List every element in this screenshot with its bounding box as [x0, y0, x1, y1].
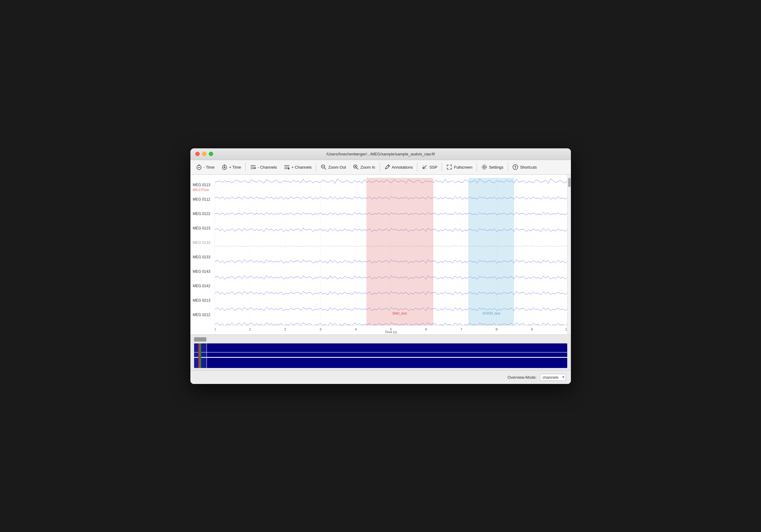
channel-label-meg0132[interactable]: MEG 0132: [190, 236, 215, 250]
window-title: /Users/hoechenberger/.../MEG/sample/samp…: [195, 152, 566, 156]
plus-channels-button[interactable]: + Channels: [281, 162, 315, 172]
plus-channels-label: + Channels: [291, 165, 312, 170]
zoom-in-label: Zoom In: [361, 165, 375, 170]
traffic-lights: [195, 152, 213, 156]
overview-canvas-container: [194, 343, 567, 368]
annotation-bad[interactable]: BAD_test: [366, 178, 433, 325]
signal-area[interactable]: MEG 0113 800.0 fT/cm MEG 0112 MEG 0122 M…: [190, 175, 571, 334]
fullscreen-icon: [446, 164, 452, 170]
annotation-good-label: GOOD_test: [468, 312, 514, 315]
fullscreen-button[interactable]: Fullscreen: [443, 162, 475, 172]
settings-button[interactable]: Settings: [478, 162, 506, 172]
zoom-out-button[interactable]: Zoom Out: [318, 162, 349, 172]
plus-time-label: + Time: [229, 165, 241, 170]
time-axis-title: Time (s): [215, 330, 567, 334]
separator-4: [417, 163, 417, 171]
overview-white-line: [194, 352, 567, 353]
zoom-in-button[interactable]: Zoom In: [350, 162, 379, 172]
channel-label-meg0122[interactable]: MEG 0122: [190, 207, 215, 221]
minus-channels-button[interactable]: - Channels: [247, 162, 280, 172]
minus-time-icon: [196, 164, 202, 170]
minus-time-label: - Time: [204, 165, 215, 170]
channel-label-meg0142[interactable]: MEG 0142: [190, 279, 215, 293]
channel-label-meg0143[interactable]: MEG 0143: [190, 265, 215, 279]
overview-bright-line: [194, 357, 567, 358]
overview-mode-select-wrapper[interactable]: channels time: [540, 374, 566, 381]
plus-channels-icon: [284, 164, 290, 170]
separator-6: [477, 163, 477, 171]
settings-icon: [481, 164, 487, 170]
channel-label-meg0113[interactable]: MEG 0113 800.0 fT/cm: [190, 178, 215, 192]
minus-channels-icon: [250, 164, 256, 170]
scrollbar[interactable]: [567, 175, 571, 334]
svg-line-21: [388, 165, 389, 166]
annotations-icon: [384, 164, 390, 170]
ssp-icon: [422, 164, 428, 170]
separator-5: [441, 163, 442, 171]
shortcuts-label: Shortcuts: [520, 165, 537, 170]
overview-handle[interactable]: [194, 337, 206, 341]
minus-channels-label: - Channels: [258, 165, 277, 170]
main-content: MEG 0113 800.0 fT/cm MEG 0112 MEG 0122 M…: [190, 175, 571, 384]
annotation-bad-label: BAD_test: [366, 312, 433, 315]
svg-line-16: [324, 168, 326, 170]
zoom-in-icon: [353, 164, 359, 170]
shortcuts-button[interactable]: ? Shortcuts: [509, 162, 540, 172]
zoom-out-icon: [321, 164, 327, 170]
waveform-container[interactable]: BAD_test GOOD_test: [215, 175, 567, 334]
close-button[interactable]: [195, 152, 200, 156]
overview-strip: [190, 334, 571, 371]
ssp-button[interactable]: SSP: [419, 162, 440, 172]
main-window: /Users/hoechenberger/.../MEG/sample/samp…: [190, 148, 571, 384]
svg-point-25: [483, 166, 485, 168]
svg-line-20: [357, 168, 358, 170]
channel-label-meg0212[interactable]: MEG 0212: [190, 308, 215, 322]
scrollbar-thumb[interactable]: [568, 178, 571, 187]
maximize-button[interactable]: [209, 152, 213, 156]
titlebar: /Users/hoechenberger/.../MEG/sample/samp…: [190, 148, 571, 160]
channel-label-meg0213[interactable]: MEG 0213: [190, 293, 215, 308]
separator-3: [380, 163, 380, 171]
overview-canvas[interactable]: [194, 343, 567, 368]
overview-mode-label: Overview-Mode:: [508, 375, 537, 380]
separator-7: [508, 163, 508, 171]
minimize-button[interactable]: [202, 152, 206, 156]
annotation-good[interactable]: GOOD_test: [468, 178, 514, 325]
channel-labels: MEG 0113 800.0 fT/cm MEG 0112 MEG 0122 M…: [190, 175, 215, 334]
zoom-out-label: Zoom Out: [328, 165, 346, 170]
channel-label-meg0123[interactable]: MEG 0123: [190, 221, 215, 236]
svg-text:?: ?: [514, 165, 516, 170]
plus-time-icon: [221, 164, 228, 170]
time-axis: 0 1 2 3 4 5 6 7 8 9 10 Time (s): [215, 325, 567, 334]
fullscreen-label: Fullscreen: [454, 165, 472, 170]
separator-2: [316, 163, 316, 171]
svg-point-26: [482, 165, 487, 169]
channel-label-meg0133[interactable]: MEG 0133: [190, 250, 215, 265]
separator-1: [245, 163, 246, 171]
ssp-label: SSP: [429, 165, 437, 170]
bottom-bar: Overview-Mode: channels time: [190, 371, 571, 384]
toolbar: - Time + Time: [190, 160, 571, 175]
annotations-button[interactable]: Annotations: [381, 162, 416, 172]
overview-mode-select[interactable]: channels time: [540, 374, 566, 381]
annotations-label: Annotations: [392, 165, 413, 170]
channel-label-meg0112[interactable]: MEG 0112: [190, 192, 215, 207]
minus-time-button[interactable]: - Time: [193, 162, 218, 172]
plus-time-button[interactable]: + Time: [218, 162, 244, 172]
settings-label: Settings: [489, 165, 503, 170]
shortcuts-icon: ?: [512, 164, 518, 170]
